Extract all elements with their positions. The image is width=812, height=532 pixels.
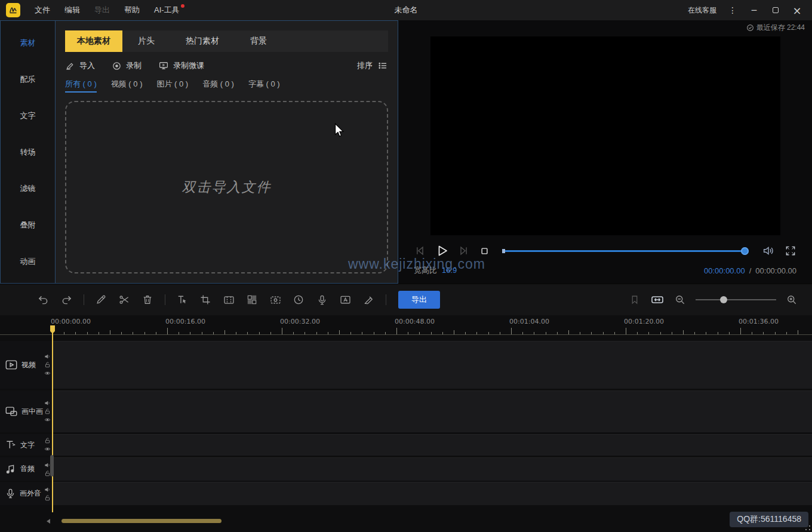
horizontal-scrollbar-thumb[interactable] [61,519,222,523]
track-head-video[interactable]: 视频 [0,341,53,389]
track-head-text[interactable]: 文字 [0,434,53,456]
zoom-in-button[interactable] [785,293,799,307]
lock-track-icon[interactable] [44,408,51,415]
tab-hot-material[interactable]: 热门素材 [170,30,235,52]
filter-subtitle[interactable]: 字幕 ( 0 ) [248,79,280,93]
track-lane-voiceover[interactable] [53,482,812,505]
menu-file[interactable]: 文件 [29,2,56,18]
track-row-voiceover: 画外音 [0,482,812,505]
player-controls [398,242,812,260]
track-row-pip: 画中画 [0,390,812,432]
redo-button[interactable] [59,293,73,307]
zoom-slider-handle[interactable] [720,296,727,303]
sidebar-item-animation[interactable]: 动画 [1,243,55,279]
track-head-audio[interactable]: 音频 [0,457,53,481]
marker-button[interactable] [628,293,642,307]
sidebar-item-filter[interactable]: 滤镜 [1,170,55,207]
record-button[interactable]: 录制 [112,60,142,71]
mute-track-icon[interactable] [44,353,51,360]
edit-pencil-button[interactable] [94,293,108,307]
filter-video[interactable]: 视频 ( 0 ) [111,79,143,93]
scroll-left-arrow-icon[interactable] [47,519,50,524]
record-icon [112,61,122,71]
horizontal-scrollbar[interactable] [53,518,810,524]
ruler-label: 00:01:20.00 [624,318,664,325]
mute-track-icon[interactable] [44,486,51,493]
menu-help[interactable]: 帮助 [118,2,146,18]
lock-track-icon[interactable] [44,362,51,368]
mosaic-button[interactable] [245,293,259,307]
minimize-button[interactable]: ─ [745,2,763,18]
filter-row: 所有 ( 0 ) 视频 ( 0 ) 图片 ( 0 ) 音频 ( 0 ) 字幕 (… [65,79,388,93]
more-menu-icon[interactable]: ⋮ [724,2,742,18]
video-preview[interactable] [430,36,780,235]
play-button[interactable] [435,244,449,258]
close-button[interactable]: × [788,2,806,18]
voiceover-mic-button[interactable] [315,293,329,307]
text-tool-button[interactable] [175,293,189,307]
menu-edit[interactable]: 编辑 [59,2,86,18]
filter-image[interactable]: 图片 ( 0 ) [156,79,188,93]
track-list: 视频 画中画 [0,341,812,505]
maximize-button[interactable] [767,2,785,18]
player-info-row: 宽高比16:9 00:00:00.00 / 00:00:00.00 [398,265,812,276]
lock-track-icon[interactable] [44,438,51,444]
subtitle-recognition-button[interactable] [338,293,352,307]
track-lane-video[interactable] [53,341,812,389]
aspect-ratio[interactable]: 宽高比16:9 [414,265,457,276]
zoom-out-button[interactable] [673,293,687,307]
tab-intro[interactable]: 片头 [122,30,170,52]
freeze-frame-button[interactable] [222,293,236,307]
sidebar-item-material[interactable]: 素材 [1,24,55,61]
seek-handle[interactable] [741,247,749,255]
undo-button[interactable] [36,293,50,307]
titlebar: 文件 编辑 导出 帮助 AI-工具 未命名 在线客服 ⋮ ─ × [0,0,812,20]
volume-icon[interactable] [762,244,775,257]
snapshot-button[interactable] [268,293,282,307]
track-lane-audio[interactable] [53,457,812,481]
sidebar-item-music[interactable]: 配乐 [1,61,55,97]
next-frame-button[interactable] [458,245,470,257]
watermark-brush-button[interactable] [361,293,376,307]
stop-button[interactable] [479,245,490,257]
filter-audio[interactable]: 音频 ( 0 ) [202,79,234,93]
sidebar-item-overlay[interactable]: 叠附 [1,207,55,243]
split-scissors-button[interactable] [117,293,131,307]
resize-grip[interactable] [805,525,811,531]
import-button[interactable]: 导入 [65,60,95,71]
hide-track-icon[interactable] [44,446,51,453]
sort-control[interactable]: 排序 [357,60,388,71]
menu-ai-tools[interactable]: AI-工具 [148,2,186,18]
video-track-icon [5,358,18,371]
online-service-link[interactable]: 在线客服 [688,5,716,16]
track-head-pip[interactable]: 画中画 [0,390,53,432]
hide-track-icon[interactable] [44,370,51,377]
fullscreen-icon[interactable] [785,245,796,257]
mute-track-icon[interactable] [44,400,51,407]
import-row: 导入 录制 录制微课 排序 [65,60,388,71]
app-logo-icon[interactable] [6,3,20,17]
delete-trash-button[interactable] [140,293,155,307]
seek-bar[interactable] [503,250,748,252]
prev-frame-button[interactable] [414,245,426,257]
tab-background[interactable]: 背景 [235,30,282,52]
vertical-scrollbar-thumb[interactable] [50,455,54,476]
sidebar-item-text[interactable]: 文字 [1,97,55,134]
duration-clock-button[interactable] [291,293,306,307]
hide-track-icon[interactable] [44,417,51,423]
crop-button[interactable] [198,293,213,307]
zoom-slider[interactable] [696,299,776,300]
lock-track-icon[interactable] [44,494,51,501]
tab-local-material[interactable]: 本地素材 [65,30,122,52]
track-head-voiceover[interactable]: 画外音 [0,482,53,505]
track-lane-pip[interactable] [53,390,812,432]
playhead[interactable] [52,325,53,512]
fit-timeline-button[interactable] [650,293,665,307]
sidebar-item-transition[interactable]: 转场 [1,134,55,170]
export-button[interactable]: 导出 [398,291,440,309]
track-lane-text[interactable] [53,434,812,456]
import-dropzone[interactable]: 双击导入文件 [65,101,388,273]
timeline-ruler[interactable]: 00:00:00.00 00:00:16.00 00:00:32.00 00:0… [0,315,812,335]
filter-all[interactable]: 所有 ( 0 ) [65,79,97,93]
record-lesson-button[interactable]: 录制微课 [158,60,204,71]
